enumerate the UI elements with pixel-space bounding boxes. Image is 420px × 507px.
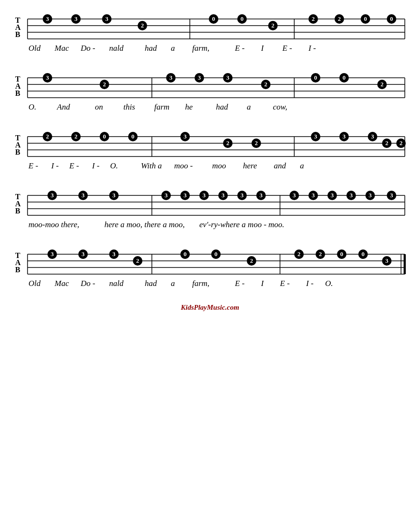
svg-text:3: 3 [51, 250, 54, 258]
svg-text:2: 2 [46, 133, 49, 140]
svg-text:3: 3 [369, 192, 372, 199]
svg-text:0: 0 [343, 74, 346, 81]
svg-text:2: 2 [381, 81, 384, 88]
svg-text:2: 2 [136, 257, 140, 264]
svg-text:B: B [15, 266, 20, 274]
svg-text:2: 2 [400, 139, 403, 147]
staff-svg-3: T A B 2 2 0 0 3 2 2 3 3 3 2 [14, 127, 406, 161]
svg-text:3: 3 [312, 192, 315, 199]
staff-svg-1: T A B 3 3 3 2 0 0 2 2 2 [14, 9, 406, 44]
svg-text:2: 2 [255, 139, 258, 147]
svg-text:3: 3 [222, 192, 225, 199]
svg-text:0: 0 [241, 15, 244, 22]
svg-text:2: 2 [264, 81, 268, 88]
svg-text:2: 2 [75, 133, 78, 140]
section-4: T A B 3 3 3 3 3 3 3 3 3 3 3 [14, 186, 406, 230]
svg-text:2: 2 [250, 257, 253, 264]
svg-text:B: B [15, 207, 20, 215]
svg-text:2: 2 [226, 139, 230, 147]
svg-text:3: 3 [46, 74, 49, 81]
svg-text:3: 3 [51, 192, 54, 199]
svg-text:0: 0 [362, 250, 365, 258]
svg-text:0: 0 [184, 250, 187, 258]
staff-svg-5: T A B 3 3 3 2 0 0 2 2 2 0 [14, 245, 406, 279]
section-5: T A B 3 3 3 2 0 0 2 2 2 0 [14, 245, 406, 288]
svg-text:2: 2 [312, 15, 315, 22]
svg-text:2: 2 [141, 22, 144, 29]
svg-text:3: 3 [293, 192, 296, 199]
svg-text:2: 2 [319, 250, 322, 258]
svg-text:3: 3 [184, 192, 187, 199]
lyrics-3: E - I - E - I - O. With a moo - moo here… [14, 161, 406, 171]
lyrics-5: Old Mac Do - nald had a farm, E - I E - … [14, 279, 406, 288]
svg-text:3: 3 [105, 15, 109, 22]
svg-text:3: 3 [314, 133, 317, 140]
svg-text:0: 0 [103, 133, 106, 140]
svg-text:3: 3 [198, 74, 201, 81]
svg-text:0: 0 [340, 250, 344, 258]
svg-text:3: 3 [82, 250, 85, 258]
svg-text:3: 3 [343, 133, 346, 140]
lyrics-2: O. And on this farm he had a cow, [14, 102, 406, 112]
svg-text:2: 2 [271, 22, 275, 29]
svg-text:3: 3 [226, 74, 230, 81]
svg-text:3: 3 [184, 133, 187, 140]
staff-svg-4: T A B 3 3 3 3 3 3 3 3 3 3 3 [14, 186, 406, 220]
svg-text:2: 2 [298, 250, 301, 258]
svg-text:2: 2 [385, 139, 389, 147]
svg-text:B: B [15, 148, 20, 156]
svg-text:3: 3 [390, 192, 393, 199]
lyrics-1: Old Mac Do - nald had a farm, E - I E - … [14, 44, 406, 53]
svg-text:0: 0 [131, 133, 135, 140]
svg-text:3: 3 [331, 192, 334, 199]
svg-text:3: 3 [203, 192, 206, 199]
svg-text:0: 0 [215, 250, 218, 258]
svg-text:0: 0 [314, 74, 317, 81]
website-label: KidsPlayMusic.com [14, 304, 406, 312]
section-2: T A B 3 2 3 3 3 2 0 0 2 O. And on [14, 68, 406, 112]
section-3: T A B 2 2 0 0 3 2 2 3 3 3 2 [14, 127, 406, 171]
svg-text:0: 0 [212, 15, 215, 22]
svg-text:3: 3 [385, 257, 389, 264]
svg-text:3: 3 [165, 192, 168, 199]
svg-text:3: 3 [112, 192, 116, 199]
svg-text:3: 3 [260, 192, 263, 199]
svg-text:3: 3 [82, 192, 85, 199]
svg-text:3: 3 [46, 15, 49, 22]
svg-text:2: 2 [103, 81, 106, 88]
lyrics-4: moo-moo there, here a moo, there a moo, … [14, 220, 406, 230]
svg-text:3: 3 [169, 74, 173, 81]
section-1: T A B 3 3 3 2 0 0 2 2 2 [14, 9, 406, 53]
svg-text:B: B [15, 30, 20, 38]
svg-text:3: 3 [371, 133, 374, 140]
svg-text:0: 0 [364, 15, 367, 22]
svg-text:3: 3 [75, 15, 78, 22]
svg-text:3: 3 [112, 250, 116, 258]
svg-text:0: 0 [390, 15, 393, 22]
staff-svg-2: T A B 3 2 3 3 3 2 0 0 2 [14, 68, 406, 102]
svg-text:3: 3 [241, 192, 244, 199]
svg-text:3: 3 [350, 192, 353, 199]
svg-text:B: B [15, 89, 20, 97]
svg-text:2: 2 [338, 15, 341, 22]
